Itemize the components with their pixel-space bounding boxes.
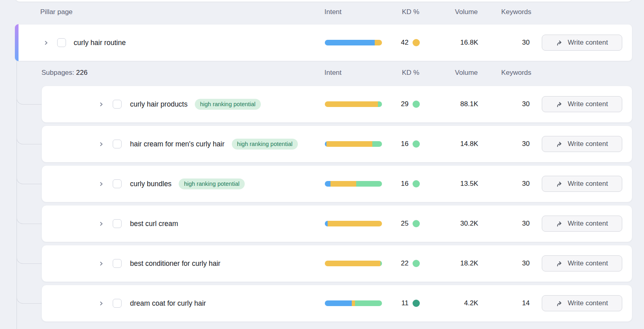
high-ranking-potential-badge: high ranking potential — [195, 99, 261, 110]
volume-value: 30.2K — [429, 220, 478, 228]
tree-vertical-line — [17, 61, 17, 329]
pillar-accent-strip — [15, 24, 19, 61]
expand-chevron-icon[interactable] — [97, 139, 105, 149]
kd-dot — [413, 140, 420, 148]
intent-bar — [325, 300, 382, 306]
kd-column-header: KD % — [374, 69, 419, 77]
volume-value: 18.2K — [429, 259, 478, 267]
keywords-value: 14 — [495, 299, 530, 307]
kd-dot — [413, 220, 420, 227]
write-content-label: Write content — [568, 100, 608, 108]
keywords-column-header: Keywords — [495, 8, 531, 16]
keywords-value: 30 — [495, 180, 530, 188]
volume-value: 14.8K — [429, 140, 478, 148]
intent-bar — [325, 221, 382, 226]
intent-bar — [325, 141, 382, 147]
high-ranking-potential-badge: high ranking potential — [179, 179, 245, 189]
kd-value: 42 — [401, 39, 409, 47]
tree-elbow-connector — [17, 131, 42, 144]
write-content-button[interactable]: Write content — [542, 295, 622, 311]
subpages-count: 226 — [76, 69, 87, 76]
kd-dot — [413, 101, 420, 108]
write-content-button[interactable]: Write content — [542, 255, 622, 271]
expand-chevron-icon[interactable] — [97, 219, 105, 228]
kd-dot — [413, 260, 420, 267]
kd-dot — [413, 180, 420, 187]
row-checkbox[interactable] — [113, 219, 122, 228]
subpage-title: curly bundles — [130, 179, 171, 188]
expand-chevron-icon[interactable] — [97, 259, 105, 268]
subpages-count-label: Subpages: 226 — [41, 69, 87, 77]
subpage-title: hair cream for men's curly hair — [130, 140, 225, 148]
keywords-value: 30 — [495, 39, 530, 47]
keywords-value: 30 — [495, 140, 530, 148]
write-content-label: Write content — [568, 140, 608, 148]
row-checkbox[interactable] — [113, 100, 122, 109]
volume-column-header: Volume — [429, 8, 478, 16]
expand-chevron-icon[interactable] — [97, 298, 105, 308]
volume-value: 13.5K — [429, 180, 478, 188]
keywords-value: 30 — [495, 100, 530, 108]
tree-elbow-connector — [17, 251, 42, 264]
expand-chevron-icon[interactable] — [42, 38, 50, 47]
row-checkbox[interactable] — [113, 299, 122, 308]
write-content-button[interactable]: Write content — [542, 136, 622, 152]
write-content-label: Write content — [568, 299, 608, 307]
intent-column-header: Intent — [324, 8, 342, 16]
intent-column-header: Intent — [324, 69, 342, 77]
write-content-button[interactable]: Write content — [542, 216, 622, 232]
row-checkbox[interactable] — [57, 38, 66, 47]
tree-elbow-connector — [17, 290, 42, 304]
subpages-table-header: Subpages: 226 Intent KD % Volume Keyword… — [0, 66, 644, 80]
write-content-label: Write content — [568, 39, 608, 47]
kd-value: 22 — [401, 259, 409, 267]
high-ranking-potential-badge: high ranking potential — [232, 139, 298, 150]
intent-bar — [325, 101, 382, 107]
write-content-label: Write content — [568, 180, 608, 188]
kd-dot — [413, 300, 420, 307]
kd-value: 16 — [401, 140, 409, 148]
kd-column-header: KD % — [374, 8, 419, 16]
kd-value: 29 — [401, 100, 409, 108]
kd-dot — [413, 39, 420, 46]
intent-bar — [325, 261, 382, 266]
subpage-title: curly hair products — [130, 100, 188, 108]
subpage-title: best conditioner for curly hair — [130, 259, 221, 268]
row-checkbox[interactable] — [113, 259, 122, 268]
write-content-button[interactable]: Write content — [542, 96, 622, 112]
subpage-row: curly bundles high ranking potential 16 … — [41, 165, 632, 202]
intent-bar — [325, 181, 382, 187]
tree-elbow-connector — [17, 171, 42, 184]
subpage-row: best curl cream 25 30.2K 30 Write conten… — [41, 205, 632, 242]
intent-bar — [325, 40, 382, 45]
subpage-title: dream coat for curly hair — [130, 299, 206, 308]
expand-chevron-icon[interactable] — [97, 99, 105, 109]
subpage-row: best conditioner for curly hair 22 18.2K… — [41, 245, 632, 282]
subpage-row: dream coat for curly hair 11 4.2K 14 Wri… — [41, 285, 632, 322]
row-checkbox[interactable] — [113, 179, 122, 188]
tree-elbow-connector — [17, 211, 42, 224]
write-content-button[interactable]: Write content — [542, 35, 622, 51]
keywords-value: 30 — [495, 259, 530, 267]
pillar-table-header: Pillar page Intent KD % Volume Keywords — [0, 5, 644, 19]
write-content-label: Write content — [568, 259, 608, 267]
subpage-title: best curl cream — [130, 220, 178, 228]
volume-value: 88.1K — [429, 100, 478, 108]
subpage-row: curly hair products high ranking potenti… — [41, 86, 632, 123]
kd-value: 16 — [401, 180, 409, 188]
kd-value: 25 — [401, 220, 409, 228]
pillar-page-title: curly hair routine — [74, 39, 126, 47]
volume-value: 16.8K — [429, 39, 478, 47]
write-content-label: Write content — [568, 220, 608, 228]
keywords-value: 30 — [495, 220, 530, 228]
pillar-page-column-header: Pillar page — [40, 8, 72, 16]
volume-value: 4.2K — [429, 299, 478, 307]
pillar-row: curly hair routine 42 16.8K 30 Write con… — [15, 24, 632, 61]
write-content-button[interactable]: Write content — [542, 176, 622, 192]
topical-map-screen: Pillar page Intent KD % Volume Keywords … — [0, 0, 644, 329]
row-checkbox[interactable] — [113, 140, 122, 148]
keywords-column-header: Keywords — [495, 69, 531, 77]
previous-card-edge — [15, 0, 632, 2]
volume-column-header: Volume — [429, 69, 478, 77]
expand-chevron-icon[interactable] — [97, 179, 105, 189]
